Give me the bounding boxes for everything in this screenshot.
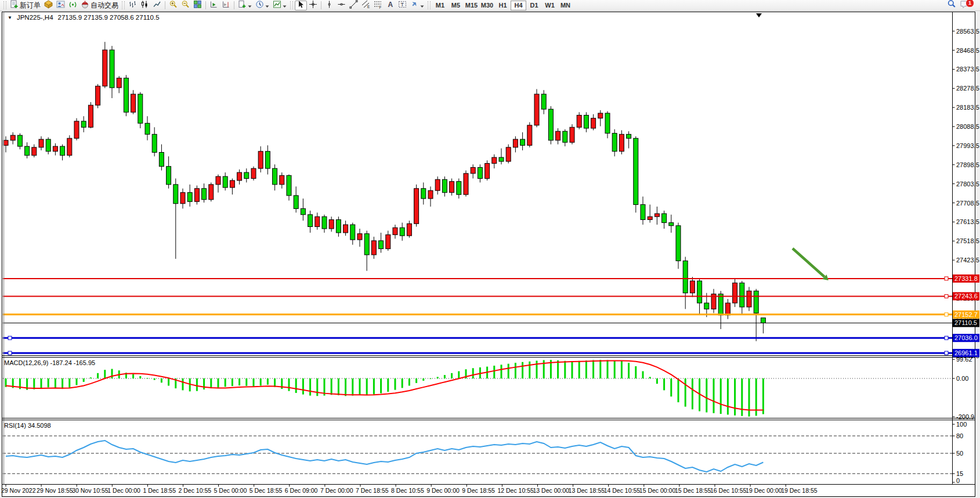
candle (598, 113, 603, 118)
new-chart-button[interactable] (236, 1, 254, 10)
candle (371, 241, 376, 255)
candle (421, 189, 426, 199)
data-window-button[interactable] (55, 1, 67, 10)
candle (563, 131, 567, 142)
timeframe-d1-button[interactable]: D1 (526, 1, 542, 10)
timeframe-m30-button[interactable]: M30 (479, 1, 495, 10)
candle (534, 94, 539, 125)
arrows-icon (410, 0, 419, 11)
text-label-tool-button[interactable]: T (396, 1, 408, 10)
candle (435, 179, 440, 190)
fibonacci-tool-button[interactable]: F (372, 1, 384, 10)
trendline-tool-button[interactable] (348, 1, 360, 10)
price-tick-label: 27993.5 (956, 142, 979, 149)
rsi-axis-label: 0 (956, 477, 960, 484)
zoom-out-button[interactable] (179, 1, 191, 10)
auto-trading-button[interactable]: 自动交易 (79, 1, 120, 10)
candle (308, 215, 313, 227)
chart-canvas[interactable]: MACD(12,26,9) -187.24 -165.95RSI(14) 34.… (0, 0, 980, 498)
text-tool-button[interactable]: A (384, 1, 396, 10)
arrows-tool-button[interactable] (408, 1, 426, 10)
toolbar-grip (290, 1, 293, 9)
candle (53, 146, 57, 151)
macd-label: MACD(12,26,9) -187.24 -165.95 (4, 359, 95, 366)
candle (457, 182, 461, 194)
market-watch-button[interactable] (42, 1, 55, 10)
candle (676, 226, 681, 261)
chart-candles-button[interactable] (139, 1, 151, 10)
chart-bars-button[interactable] (126, 1, 139, 10)
auto-scroll-button[interactable] (208, 1, 220, 10)
horizontal-line-tool-button[interactable] (335, 1, 348, 10)
vertical-line-icon (325, 0, 334, 11)
price-label: 27110.5 (954, 319, 977, 326)
tile-windows-icon (193, 0, 202, 11)
candle (669, 223, 674, 226)
candle (485, 164, 490, 179)
time-tick-label: 16 Dec 10:55 (710, 487, 747, 494)
candle (187, 193, 192, 202)
line-handle (945, 351, 948, 355)
candle (294, 196, 298, 208)
candle (761, 318, 765, 323)
auto-trading-icon (81, 0, 89, 11)
candle (718, 294, 723, 315)
candle (414, 189, 419, 224)
timeframe-h1-button[interactable]: H1 (495, 1, 511, 10)
price-tick-label: 27613.5 (956, 218, 979, 225)
timeframe-w1-button[interactable]: W1 (542, 1, 558, 10)
price-tick-label: 27803.5 (956, 181, 979, 187)
macd-axis-label: -200.9 (956, 413, 974, 420)
trendline-icon (349, 0, 358, 11)
candle (357, 234, 362, 240)
candle (350, 225, 355, 240)
toolbar-grip (428, 1, 431, 9)
candle (216, 176, 220, 185)
candle (209, 185, 214, 200)
time-tick-label: 19 Dec 18:55 (781, 487, 818, 494)
search-button[interactable] (945, 1, 958, 10)
timeframe-h4-button[interactable]: H4 (511, 1, 526, 10)
svg-text:F: F (379, 5, 382, 9)
search-icon (947, 0, 956, 11)
cursor-icon (296, 0, 305, 11)
candle (194, 189, 199, 201)
chart-menu-triangle-icon[interactable]: ▼ (8, 15, 12, 20)
candle (627, 134, 631, 138)
new-order-button[interactable]: 新订单 (8, 1, 42, 10)
candle (81, 121, 86, 127)
candle (10, 135, 15, 140)
vertical-line-tool-button[interactable] (323, 1, 335, 10)
timeframe-mn-button[interactable]: MN (558, 1, 573, 10)
signals-button[interactable] (67, 1, 79, 10)
notifications-button[interactable]: 1 (958, 1, 972, 10)
periods-button[interactable] (254, 1, 271, 10)
line-handle (945, 277, 948, 280)
timeframe-m5-button[interactable]: M5 (448, 1, 464, 10)
chart-shift-button[interactable] (220, 1, 232, 10)
line-chart-icon (153, 0, 161, 11)
timeframe-m1-button[interactable]: M1 (432, 1, 448, 10)
candle (634, 138, 638, 204)
candle (442, 179, 447, 192)
crosshair-tool-button[interactable] (307, 1, 319, 10)
cursor-tool-button[interactable] (295, 1, 307, 10)
chart-line-button[interactable] (151, 1, 163, 10)
zoom-out-icon (181, 0, 190, 11)
candle (25, 146, 30, 156)
candle (584, 115, 588, 128)
chart-title: ▼ JPN225-,H4 27135.9 27135.9 27058.6 271… (8, 14, 160, 21)
templates-button[interactable] (271, 1, 288, 10)
channel-tool-button[interactable]: E (360, 1, 372, 10)
timeframe-m15-button[interactable]: M15 (464, 1, 479, 10)
tile-windows-button[interactable] (191, 1, 204, 10)
candle (450, 182, 454, 193)
macd-axis-label: 0.00 (956, 375, 968, 382)
time-tick-label: 15 Dec 00:00 (639, 487, 676, 494)
zoom-in-button[interactable] (167, 1, 179, 10)
candle (619, 134, 624, 151)
time-tick-label: 2 Dec 10:55 (179, 487, 212, 494)
time-tick-label: 6 Dec 09:00 (285, 487, 318, 494)
candle (237, 172, 242, 181)
candle (464, 174, 468, 194)
